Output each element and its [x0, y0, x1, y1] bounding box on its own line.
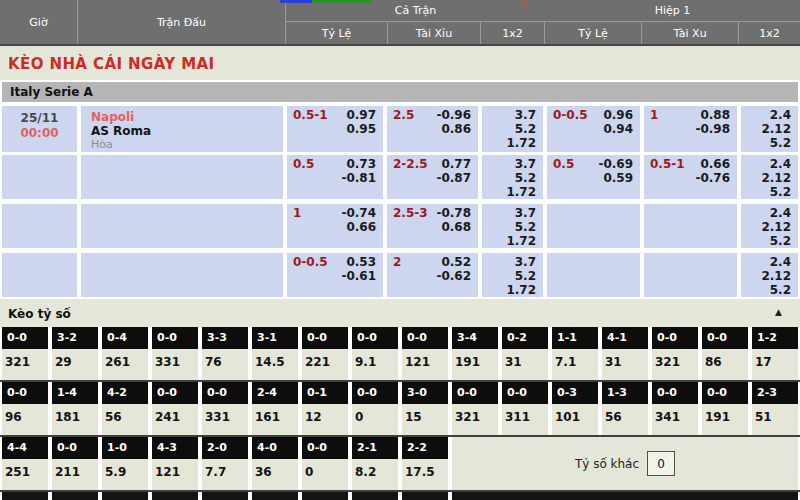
score-odds-cell[interactable]: 3-0 15 — [402, 382, 448, 435]
score-odds-cell[interactable]: 2-2 17.5 — [402, 437, 448, 490]
score-odds-cell[interactable]: 2-0 7.7 — [202, 437, 248, 490]
score-odd-value: 17.5 — [402, 459, 448, 490]
odds-cell[interactable]: 3.7 5.2 1.72 — [482, 106, 543, 152]
odds-cell[interactable]: 0-0.5 0.96 0.94 — [547, 106, 640, 152]
odds-value: 5.2 — [506, 269, 536, 283]
score-odd-value: 5.9 — [102, 459, 148, 490]
score-odds-cell[interactable]: 0-4 261 — [102, 327, 148, 380]
odds-cell[interactable]: 2.4 2.12 5.2 — [741, 106, 798, 152]
odds-cell[interactable]: 2.5 -0.96 0.86 — [387, 106, 478, 152]
score-odds-cell[interactable]: 4-2 56 — [102, 382, 148, 435]
odds-cell[interactable]: 3.7 5.2 1.72 — [482, 204, 543, 248]
match-teams-cell[interactable]: Napoli AS Roma Hòa — [81, 106, 283, 152]
odds-cell[interactable]: 3.7 5.2 1.72 — [482, 253, 543, 297]
score-odd-value: 181 — [52, 404, 98, 435]
score-odds-cell[interactable]: 0-0 211 — [52, 437, 98, 490]
score-label: 0-0 — [702, 382, 748, 404]
score-odds-cell[interactable]: 0-0 0 — [302, 437, 348, 490]
score-label: 3-0 — [402, 382, 448, 404]
score-odds-cell[interactable]: 0-0 121 — [402, 327, 448, 380]
score-odd-value: 341 — [652, 404, 698, 435]
score-odds-cell[interactable]: 0-0 0 — [352, 382, 398, 435]
odds-cell[interactable]: 2.4 2.12 5.2 — [741, 155, 798, 199]
score-odds-cell[interactable]: 0-2 31 — [502, 327, 548, 380]
odds-cell[interactable]: 2-2.5 0.77 -0.87 — [387, 155, 478, 199]
odds-cell[interactable]: 0.5-1 0.97 0.95 — [287, 106, 383, 152]
odds-cell[interactable]: 2.4 2.12 5.2 — [741, 253, 798, 297]
odds-row: 1 -0.74 0.66 2.5-3 -0.78 0.68 — [2, 204, 798, 248]
odds-values: 0.88 -0.98 — [695, 108, 730, 136]
odds-cell[interactable]: 1 0.88 -0.98 — [644, 106, 737, 152]
odds-cell[interactable]: 0.5-1 0.66 -0.76 — [644, 155, 737, 199]
score-odds-cell[interactable]: 0-0 331 — [202, 382, 248, 435]
away-team[interactable]: AS Roma — [91, 124, 283, 138]
cutoff-segment — [302, 492, 348, 500]
handicap-line: 0-0.5 — [553, 108, 588, 123]
odds-cell[interactable]: 2.5-3 -0.78 0.68 — [387, 204, 478, 248]
score-odds-cell[interactable]: 0-0 331 — [152, 327, 198, 380]
score-label: 0-0 — [52, 437, 98, 459]
score-odds-cell[interactable]: 2-3 51 — [752, 382, 798, 435]
handicap-line: 1 — [650, 108, 658, 123]
score-odds-cell[interactable]: 1-4 181 — [52, 382, 98, 435]
score-odds-cell[interactable]: 1-3 56 — [602, 382, 648, 435]
score-odds-cell[interactable]: 1-2 17 — [752, 327, 798, 380]
score-odds-cell[interactable]: 0-0 341 — [652, 382, 698, 435]
cutoff-segment — [52, 492, 98, 500]
odds-cell[interactable]: 2 0.52 -0.62 — [387, 253, 478, 297]
score-label: 2-1 — [352, 437, 398, 459]
odds-values: -0.69 0.59 — [598, 157, 633, 185]
odds-cell[interactable] — [644, 253, 737, 297]
odds-cell[interactable] — [644, 204, 737, 248]
odds-cell[interactable]: 0.5 0.73 -0.81 — [287, 155, 383, 199]
home-team[interactable]: Napoli — [91, 110, 283, 124]
score-odds-cell[interactable]: 3-3 76 — [202, 327, 248, 380]
score-odds-cell[interactable]: 4-0 36 — [252, 437, 298, 490]
score-odds-cell[interactable]: 3-1 14.5 — [252, 327, 298, 380]
odds-cell[interactable] — [547, 253, 640, 297]
column-header-h1-1x2: 1x2 — [739, 22, 800, 44]
odds-value: 0.66 — [695, 157, 730, 171]
odds-value: 5.2 — [506, 171, 536, 185]
odds-cell[interactable]: 1 -0.74 0.66 — [287, 204, 383, 248]
score-odd-value: 101 — [552, 404, 598, 435]
score-odds-cell[interactable]: 0-0 191 — [702, 382, 748, 435]
column-header-h1-handicap: Tỷ Lệ — [545, 22, 642, 44]
score-odds-cell[interactable]: 4-1 31 — [602, 327, 648, 380]
score-label: 1-0 — [102, 437, 148, 459]
score-odds-cell[interactable]: 4-4 251 — [2, 437, 48, 490]
score-odds-cell[interactable]: 0-0 321 — [452, 382, 498, 435]
score-odd-value: 121 — [152, 459, 198, 490]
score-odds-cell[interactable]: 0-3 101 — [552, 382, 598, 435]
score-odds-cell[interactable]: 0-0 9.1 — [352, 327, 398, 380]
score-odd-value: 15 — [402, 404, 448, 435]
score-odds-cell[interactable]: 0-0 221 — [302, 327, 348, 380]
other-score-input[interactable] — [647, 451, 675, 476]
score-odds-cell[interactable]: 2-1 8.2 — [352, 437, 398, 490]
odds-value: 0.77 — [436, 157, 471, 171]
odds-cell[interactable]: 0.5 -0.69 0.59 — [547, 155, 640, 199]
score-odds-cell[interactable]: 0-1 12 — [302, 382, 348, 435]
score-odds-cell[interactable]: 0-0 96 — [2, 382, 48, 435]
score-odds-cell[interactable]: 3-4 191 — [452, 327, 498, 380]
odds-cell[interactable]: 3.7 5.2 1.72 — [482, 155, 543, 199]
odds-value: 3.7 — [506, 255, 536, 269]
match-date: 25/11 — [2, 111, 77, 126]
score-odds-cell[interactable]: 4-3 121 — [152, 437, 198, 490]
cutoff-segment — [152, 492, 198, 500]
odds-cell[interactable]: 2.4 2.12 5.2 — [741, 204, 798, 248]
score-odds-cell[interactable]: 1-1 7.1 — [552, 327, 598, 380]
score-odds-cell[interactable]: 0-0 311 — [502, 382, 548, 435]
odds-cell[interactable]: 0-0.5 0.53 -0.61 — [287, 253, 383, 297]
score-label: 2-3 — [752, 382, 798, 404]
score-odds-cell[interactable]: 2-4 161 — [252, 382, 298, 435]
score-odds-cell[interactable]: 3-2 29 — [52, 327, 98, 380]
score-odds-cell[interactable]: 1-0 5.9 — [102, 437, 148, 490]
collapse-arrow-icon[interactable]: ▲ — [775, 307, 782, 317]
score-odds-cell[interactable]: 0-0 321 — [652, 327, 698, 380]
odds-value: 5.2 — [761, 185, 791, 199]
score-odds-cell[interactable]: 0-0 241 — [152, 382, 198, 435]
odds-cell[interactable] — [547, 204, 640, 248]
score-odds-cell[interactable]: 0-0 86 — [702, 327, 748, 380]
score-odds-cell[interactable]: 0-0 321 — [2, 327, 48, 380]
